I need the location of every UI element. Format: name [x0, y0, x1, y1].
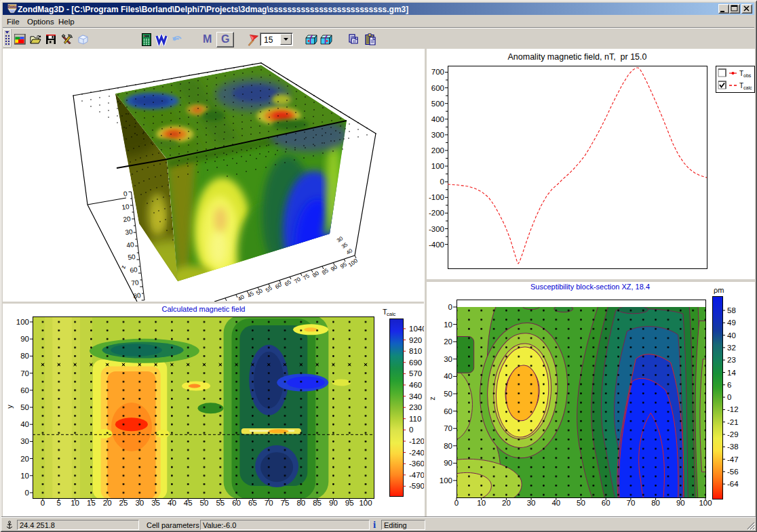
- svg-text:35: 35: [151, 499, 160, 507]
- svg-text:60: 60: [232, 499, 241, 507]
- svg-text:30: 30: [20, 437, 29, 445]
- svg-text:0: 0: [409, 426, 413, 434]
- svg-text:50: 50: [444, 390, 452, 398]
- svg-text:90: 90: [20, 335, 29, 343]
- svg-text:500: 500: [431, 100, 444, 108]
- svg-text:70: 70: [292, 276, 302, 285]
- svg-text:10: 10: [121, 203, 130, 211]
- svg-text:75: 75: [281, 499, 290, 507]
- svg-text:65: 65: [248, 499, 257, 507]
- svg-text:-29: -29: [727, 430, 739, 438]
- svg-text:80: 80: [311, 270, 320, 279]
- svg-text:0: 0: [41, 499, 45, 507]
- svg-text:100: 100: [359, 499, 372, 507]
- svg-text:5: 5: [57, 499, 61, 507]
- svg-text:100: 100: [699, 499, 712, 507]
- svg-text:70: 70: [131, 279, 140, 287]
- svg-text:60: 60: [130, 266, 138, 274]
- svg-text:70: 70: [265, 499, 273, 507]
- svg-text:80: 80: [20, 352, 29, 360]
- svg-text:Calculated magnetic field: Calculated magnetic field: [162, 305, 246, 313]
- svg-text:15: 15: [87, 499, 96, 507]
- svg-text:40: 40: [551, 499, 560, 507]
- svg-text:95: 95: [345, 499, 354, 507]
- svg-text:-12: -12: [727, 405, 739, 413]
- svg-text:49: 49: [727, 319, 736, 327]
- svg-text:6: 6: [727, 381, 731, 389]
- svg-text:-38: -38: [727, 443, 739, 451]
- svg-text:0: 0: [454, 499, 459, 507]
- svg-text:50: 50: [200, 499, 209, 507]
- svg-text:30: 30: [527, 499, 536, 507]
- svg-text:-100: -100: [429, 193, 444, 201]
- svg-text:calc: calc: [387, 311, 396, 317]
- svg-text:85: 85: [320, 267, 330, 277]
- svg-text:32: 32: [727, 344, 736, 352]
- svg-text:460: 460: [409, 381, 422, 389]
- svg-text:80: 80: [296, 499, 305, 507]
- svg-text:0: 0: [440, 178, 444, 186]
- svg-text:-300: -300: [429, 225, 444, 233]
- svg-text:230: 230: [409, 403, 422, 411]
- svg-text:0: 0: [727, 393, 731, 401]
- svg-text:30: 30: [125, 228, 134, 237]
- svg-text:65: 65: [283, 279, 292, 288]
- svg-text:80: 80: [444, 442, 452, 450]
- svg-text:920: 920: [409, 336, 422, 344]
- svg-text:60: 60: [444, 407, 452, 415]
- svg-text:40: 40: [345, 247, 354, 256]
- svg-text:55: 55: [216, 499, 225, 507]
- svg-text:40: 40: [20, 420, 29, 428]
- svg-text:-590: -590: [409, 482, 424, 490]
- svg-text:20: 20: [444, 337, 452, 346]
- svg-text:23: 23: [727, 356, 736, 364]
- svg-text:690: 690: [409, 359, 422, 367]
- svg-text:1040: 1040: [409, 325, 424, 333]
- svg-text:340: 340: [409, 392, 422, 401]
- svg-text:100: 100: [440, 476, 452, 485]
- svg-text:70: 70: [627, 499, 636, 507]
- svg-text:calc: calc: [743, 85, 752, 90]
- svg-text:Susceptibility block-section X: Susceptibility block-section XZ, 18.4: [530, 283, 650, 291]
- svg-text:-240: -240: [409, 449, 424, 457]
- svg-text:50: 50: [577, 499, 585, 507]
- svg-text:200: 200: [431, 146, 444, 155]
- svg-text:0: 0: [123, 190, 128, 198]
- svg-text:75: 75: [301, 272, 311, 282]
- svg-text:90: 90: [329, 499, 338, 507]
- svg-text:100: 100: [16, 318, 29, 326]
- svg-text:20: 20: [103, 499, 112, 507]
- svg-text:50: 50: [20, 403, 29, 411]
- svg-text:14: 14: [727, 369, 736, 377]
- svg-text:30: 30: [135, 499, 144, 507]
- svg-text:810: 810: [409, 347, 422, 355]
- svg-text:0: 0: [448, 303, 452, 311]
- svg-text:45: 45: [184, 499, 193, 507]
- svg-text:20: 20: [20, 455, 29, 463]
- svg-text:-360: -360: [409, 459, 424, 468]
- svg-text:50: 50: [254, 287, 264, 297]
- svg-text:20: 20: [123, 215, 132, 224]
- svg-text:25: 25: [119, 499, 128, 507]
- svg-text:95: 95: [338, 261, 348, 270]
- svg-text:ρm: ρm: [714, 286, 724, 294]
- svg-text:100: 100: [431, 162, 444, 170]
- svg-text:90: 90: [676, 499, 685, 507]
- svg-text:55: 55: [264, 285, 273, 294]
- svg-text:60: 60: [273, 281, 283, 291]
- svg-text:-400: -400: [429, 241, 444, 249]
- svg-text:70: 70: [20, 369, 29, 377]
- svg-text:85: 85: [313, 499, 322, 507]
- svg-text:40: 40: [168, 499, 176, 507]
- svg-text:-470: -470: [409, 471, 424, 479]
- svg-text:40: 40: [444, 372, 452, 380]
- svg-text:80: 80: [651, 499, 660, 507]
- svg-text:90: 90: [444, 459, 452, 467]
- svg-text:70: 70: [444, 424, 452, 432]
- svg-text:-120: -120: [409, 437, 424, 445]
- svg-text:40: 40: [126, 241, 135, 249]
- svg-text:10: 10: [71, 499, 79, 507]
- svg-text:10: 10: [477, 499, 486, 507]
- svg-text:570: 570: [409, 369, 422, 377]
- svg-text:90: 90: [329, 264, 338, 273]
